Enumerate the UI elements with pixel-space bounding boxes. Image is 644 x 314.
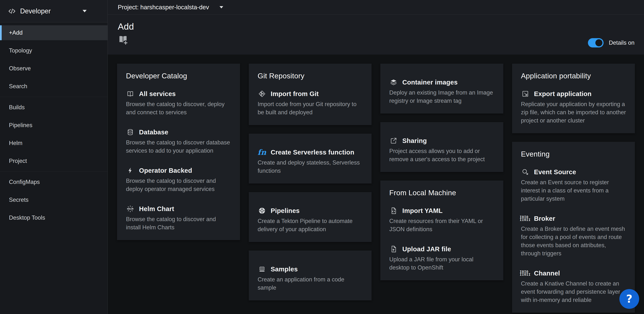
catalog-item-link[interactable]: Sharing: [389, 137, 494, 144]
card-group-title: Developer Catalog: [126, 72, 231, 80]
catalog-item-link[interactable]: Database: [126, 128, 231, 136]
perspective-label: Developer: [20, 7, 51, 15]
export-icon: [521, 90, 530, 97]
sidebar-item-project[interactable]: Project: [0, 154, 108, 168]
catalog-item-channel[interactable]: IOIOIIOIIChannelCreate a Knative Channel…: [521, 270, 626, 304]
catalog-item-title: Upload JAR file: [402, 245, 451, 253]
quick-starts-book-plus-icon[interactable]: [118, 35, 129, 46]
details-toggle-group: Details on: [588, 38, 634, 47]
details-toggle[interactable]: [588, 38, 604, 47]
catalog-item-link[interactable]: Pipelines: [258, 207, 363, 214]
layers-icon: [389, 79, 398, 86]
project-dropdown[interactable]: Project: harshcasper-localsta-dev: [118, 4, 223, 11]
catalog-item-pipelines[interactable]: PipelinesCreate a Tekton Pipeline to aut…: [258, 207, 363, 233]
card-from-local-machine[interactable]: From Local MachineImport YAMLCreate reso…: [380, 181, 503, 280]
catalog-item-description: Create resources from their YAML or JSON…: [389, 217, 494, 233]
project-dropdown-label: Project: harshcasper-localsta-dev: [118, 4, 209, 11]
sidebar-item-add[interactable]: +Add: [0, 25, 108, 40]
catalog-item-import-from-git[interactable]: Import from GitImport code from your Git…: [258, 90, 363, 116]
sidebar-item-label: Project: [9, 158, 27, 164]
database-icon: [126, 129, 134, 136]
catalog-item-broker[interactable]: IOIOIIOIIBrokerCreate a Broker to define…: [521, 215, 626, 258]
catalog-item-link[interactable]: HELMHelm Chart: [126, 205, 231, 213]
catalog-item-title: Pipelines: [271, 207, 300, 214]
sidebar-item-configmaps[interactable]: ConfigMaps: [0, 175, 108, 190]
catalog-item-description: Create an application from a code sample: [258, 276, 363, 292]
catalog-item-link[interactable]: Upload JAR file: [389, 245, 494, 253]
chevron-down-icon: [82, 10, 87, 12]
perspective-switcher[interactable]: Developer: [0, 0, 108, 22]
card-samples[interactable]: SamplesCreate an application from a code…: [249, 251, 372, 301]
card-create-serverless-function[interactable]: fnCreate Serverless functionCreate and d…: [249, 134, 372, 184]
details-toggle-knob: [595, 39, 602, 46]
sidebar-item-label: Search: [9, 83, 27, 90]
card-column: Application portabilityExport applicatio…: [512, 64, 635, 313]
card-group-title: Application portability: [521, 72, 626, 80]
catalog-item-link[interactable]: All services: [126, 90, 231, 97]
card-columns: Developer CatalogAll servicesBrowse the …: [117, 64, 635, 313]
catalog-item-description: Create a Broker to define an event mesh …: [521, 225, 626, 258]
catalog-item-description: Browse the catalog to discover database …: [126, 138, 231, 155]
details-toggle-label: Details on: [609, 39, 634, 46]
card-pipelines[interactable]: PipelinesCreate a Tekton Pipeline to aut…: [249, 192, 372, 242]
sidebar-item-search[interactable]: Search: [0, 79, 108, 94]
catalog-item-title: Operator Backed: [139, 167, 192, 174]
catalog-item-sharing[interactable]: SharingProject access allows you to add …: [389, 137, 494, 163]
catalog-item-container-images[interactable]: Container imagesDeploy an existing Image…: [389, 78, 494, 105]
catalog-item-link[interactable]: IOIOIIOIIChannel: [521, 270, 626, 277]
catalog-item-link[interactable]: Import YAML: [389, 207, 494, 214]
catalog-item-create-serverless-function[interactable]: fnCreate Serverless functionCreate and d…: [258, 149, 363, 175]
chevron-down-icon: [220, 6, 223, 8]
catalog-item-title: Database: [139, 128, 168, 136]
git-icon: [258, 90, 266, 97]
catalog-item-export-application[interactable]: Export applicationReplicate your applica…: [521, 90, 626, 125]
card-column: Developer CatalogAll servicesBrowse the …: [117, 64, 240, 240]
catalog-item-samples[interactable]: SamplesCreate an application from a code…: [258, 266, 363, 292]
sidebar-item-topology[interactable]: Topology: [0, 43, 108, 58]
sidebar-item-helm[interactable]: Helm: [0, 136, 108, 151]
catalog-item-description: Deploy an existing Image from an Image r…: [389, 89, 494, 105]
open-book-icon: [126, 90, 134, 97]
sidebar-nav-group: ConfigMapsSecretsDesktop Tools: [0, 171, 108, 228]
catalog-item-link[interactable]: Operator Backed: [126, 167, 231, 174]
catalog-item-title: Import YAML: [402, 207, 442, 214]
catalog-item-link[interactable]: fnCreate Serverless function: [258, 149, 363, 156]
help-button[interactable]: ?: [620, 289, 639, 309]
catalog-item-link[interactable]: Container images: [389, 78, 494, 86]
sidebar-item-desktop-tools[interactable]: Desktop Tools: [0, 210, 108, 225]
catalog-item-link[interactable]: Samples: [258, 266, 363, 273]
page-title: Add: [118, 21, 644, 32]
catalog-item-helm-chart[interactable]: HELMHelm ChartBrowse the catalog to disc…: [126, 205, 231, 232]
fn-icon: fn: [258, 149, 266, 156]
sidebar-item-pipelines[interactable]: Pipelines: [0, 118, 108, 133]
catalog-item-all-services[interactable]: All servicesBrowse the catalog to discov…: [126, 90, 231, 116]
sidebar-item-secrets[interactable]: Secrets: [0, 192, 108, 207]
catalog-item-title: Channel: [534, 270, 560, 277]
binary-icon: IOIOIIOII: [521, 216, 530, 221]
card-developer-catalog[interactable]: Developer CatalogAll servicesBrowse the …: [117, 64, 240, 240]
sidebar-item-label: Pipelines: [9, 122, 32, 129]
card-sharing[interactable]: SharingProject access allows you to add …: [380, 122, 503, 172]
card-application-portability[interactable]: Application portabilityExport applicatio…: [512, 64, 635, 133]
sidebar-item-builds[interactable]: Builds: [0, 100, 108, 115]
catalog-item-link[interactable]: IOIOIIOIIBroker: [521, 215, 626, 222]
catalog-item-description: Create a Knative Channel to create an ev…: [521, 280, 626, 304]
main-area: Project: harshcasper-localsta-dev Add De…: [108, 0, 644, 314]
catalog-item-upload-jar-file[interactable]: Upload JAR fileUpload a JAR file from yo…: [389, 245, 494, 272]
catalog-item-import-yaml[interactable]: Import YAMLCreate resources from their Y…: [389, 207, 494, 233]
catalog-item-title: Import from Git: [271, 90, 319, 97]
catalog-item-link[interactable]: Event Source: [521, 168, 626, 176]
sidebar: Developer +AddTopologyObserveSearchBuild…: [0, 0, 108, 314]
card-container-images[interactable]: Container imagesDeploy an existing Image…: [380, 64, 503, 114]
catalog-item-event-source[interactable]: Event SourceCreate an Event source to re…: [521, 168, 626, 203]
card-eventing[interactable]: EventingEvent SourceCreate an Event sour…: [512, 142, 635, 313]
sidebar-item-observe[interactable]: Observe: [0, 61, 108, 76]
catalog-item-database[interactable]: DatabaseBrowse the catalog to discover d…: [126, 128, 231, 155]
card-git-repository[interactable]: Git RepositoryImport from GitImport code…: [249, 64, 372, 125]
topbar: Project: harshcasper-localsta-dev: [108, 0, 644, 15]
catalog-item-link[interactable]: Import from Git: [258, 90, 363, 97]
catalog-item-link[interactable]: Export application: [521, 90, 626, 97]
catalog-item-operator-backed[interactable]: Operator BackedBrowse the catalog to dis…: [126, 167, 231, 193]
sidebar-item-label: Topology: [9, 47, 32, 54]
sidebar-item-label: +Add: [9, 29, 22, 36]
